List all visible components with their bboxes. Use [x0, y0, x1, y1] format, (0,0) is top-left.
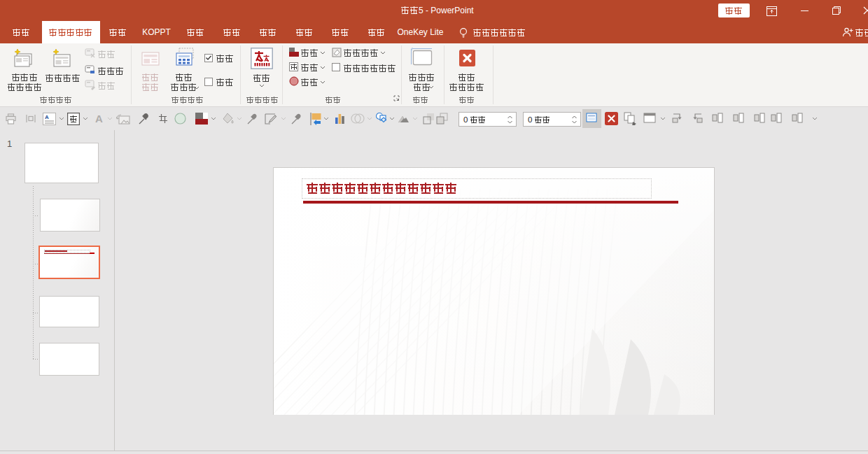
svg-text:A: A: [45, 114, 49, 120]
